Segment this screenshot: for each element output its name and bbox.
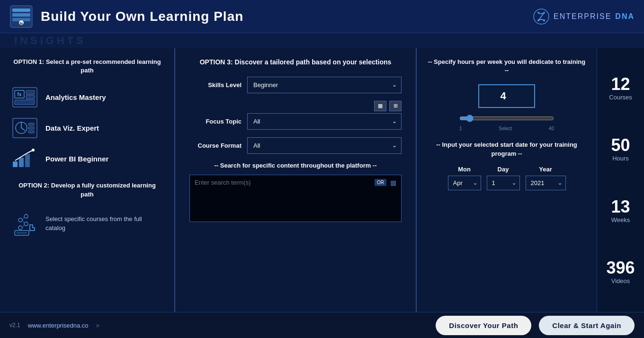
search-input[interactable] [195,179,371,186]
date-section: Mon JanFebMar AprMayJun JulAugSep OctNov… [426,166,587,190]
hours-input[interactable] [478,84,535,108]
svg-point-28 [24,222,28,226]
courses-stat: 12 Courses [609,76,632,101]
svg-point-25 [32,149,35,151]
hours-heading: -- Specify hours per week you will dedic… [426,58,587,75]
middle-panel: OPTION 3: Discover a tailored path based… [175,48,417,312]
courses-number: 12 [611,76,630,93]
svg-rect-1 [12,9,30,12]
date-heading: -- Input your selected start date for yo… [426,141,587,158]
powerbi-icon [12,148,38,169]
list-item[interactable]: Data Viz. Expert [12,113,162,143]
powerbi-label: Power BI Beginner [45,155,108,163]
clear-start-again-button[interactable]: Clear & Start Again [539,316,635,335]
svg-rect-16 [15,100,35,105]
month-field: Mon JanFebMar AprMayJun JulAugSep OctNov… [448,166,481,190]
weeks-label: Weeks [611,216,630,223]
slider-min-label: 1 [459,126,462,131]
right-panel: -- Specify hours per week you will dedic… [417,48,597,312]
option3-heading: OPTION 3: Discover a tailored path based… [189,58,402,67]
slider-max-label: 40 [549,126,554,131]
filter-icon[interactable]: ▦ [374,101,386,111]
option2-content[interactable]: Select specific courses from the full ca… [12,206,162,241]
analytics-mastery-label: Analytics Mastery [45,93,106,101]
videos-number: 396 [606,259,635,276]
weeks-stat: 13 Weeks [611,198,630,223]
year-select-wrapper: 202020212022 20232024 ⌄ [526,176,566,190]
format-select-wrapper: All Video Course Workshop ⌄ [247,137,402,154]
svg-point-29 [18,226,22,230]
format-filter-row: Course Format All Video Course Workshop … [189,137,402,154]
header-left: fx Build Your Own Learning Plan [9,5,243,28]
list-item[interactable]: Power BI Beginner [12,143,162,174]
videos-label: Videos [611,277,630,285]
skills-label: Skills Level [189,81,242,89]
option2-heading: OPTION 2: Develop a fully customized lea… [12,181,162,198]
enterprise-dna-logo: ENTERPRISE DNA [533,8,635,25]
svg-text:fx: fx [18,92,22,97]
hours-label: Hours [612,155,629,162]
skills-filter-row: Skills Level Beginner Intermediate Advan… [189,77,402,93]
option2-section: OPTION 2: Develop a fully customized lea… [12,181,162,241]
search-heading: -- Search for specific content throughou… [189,161,402,170]
footer-left: v2.1 www.enterprisedna.co » [9,321,99,329]
analytics-icon: fx [12,87,38,108]
format-label: Course Format [189,142,242,149]
svg-point-7 [537,12,539,14]
videos-stat: 396 Videos [606,259,635,285]
svg-line-31 [22,220,24,223]
month-select-wrapper: JanFebMar AprMayJun JulAugSep OctNovDec … [448,176,481,190]
or-badge: OR [375,179,386,186]
svg-line-32 [22,225,24,228]
courses-label: Courses [609,94,632,101]
option2-sub-label: Select specific courses from the full ca… [45,214,162,233]
svg-point-9 [537,19,539,21]
search-box: OR ▩ [189,175,402,222]
svg-rect-19 [28,123,34,125]
month-label: Mon [458,166,471,173]
day-field: Day 12510 1519202531 ⌄ [487,166,520,190]
svg-rect-2 [12,13,30,17]
arrows-icon: » [96,321,100,329]
dna-icon [533,8,550,25]
svg-point-27 [24,214,28,218]
year-select[interactable]: 202020212022 20232024 [526,176,566,190]
catalog-icon [12,211,38,237]
focus-select-wrapper: All Power BI Python DAX SQL ⌄ [247,113,402,130]
svg-point-8 [543,12,545,14]
slider-select-label: Select [499,126,512,131]
svg-rect-15 [26,95,35,99]
search-box-top: OR ▩ [195,179,396,187]
month-select[interactable]: JanFebMar AprMayJun JulAugSep OctNovDec [448,176,481,190]
day-select-wrapper: 12510 1519202531 ⌄ [487,176,520,190]
website-url: www.enterprisedna.co [28,322,89,329]
svg-point-26 [18,218,22,222]
page-title: Build Your Own Learning Plan [41,9,243,24]
dna-label: DNA [615,12,635,21]
weeks-number: 13 [611,198,630,215]
svg-rect-20 [28,127,34,129]
slider-labels: 1 Select 40 [459,126,554,131]
day-select[interactable]: 12510 1519202531 [487,176,520,190]
grid-icon[interactable]: ⊞ [389,101,402,111]
search-filter-icon[interactable]: ▩ [390,179,396,187]
hours-slider[interactable] [459,115,554,122]
main-content: OPTION 1: Select a pre-set recommended l… [0,48,644,312]
year-label: Year [539,166,552,173]
svg-point-10 [543,19,545,21]
format-select[interactable]: All Video Course Workshop [247,137,402,154]
svg-rect-24 [25,154,30,167]
focus-label: Focus Topic [189,118,242,125]
focus-select[interactable]: All Power BI Python DAX SQL [247,113,402,130]
hours-stat: 50 Hours [611,137,630,162]
discover-path-button[interactable]: Discover Your Path [436,316,531,335]
app-logo-icon: fx [9,5,33,28]
svg-rect-22 [13,161,18,167]
svg-rect-21 [28,131,34,133]
footer-buttons: Discover Your Path Clear & Start Again [436,316,635,335]
svg-rect-23 [19,158,24,167]
insights-band: INSIGHTS [0,33,644,48]
slider-section: 1 Select 40 [426,84,587,131]
skills-select[interactable]: Beginner Intermediate Advanced [247,77,402,93]
list-item[interactable]: fx Analytics Mastery [12,82,162,113]
